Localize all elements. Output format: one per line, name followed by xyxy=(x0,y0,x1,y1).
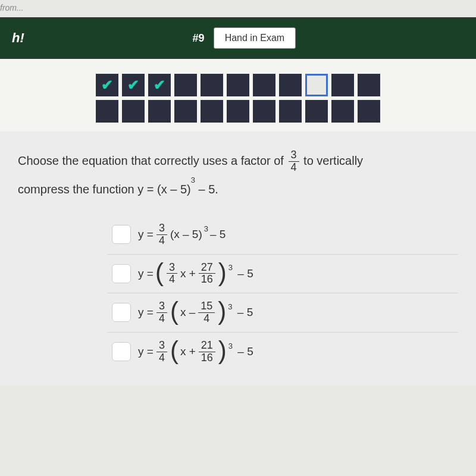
progress-box[interactable] xyxy=(201,74,223,96)
progress-box[interactable] xyxy=(358,74,380,96)
progress-box[interactable] xyxy=(305,74,328,96)
progress-row-1 xyxy=(96,74,380,96)
top-text-fragment: from... xyxy=(0,0,476,17)
progress-box[interactable] xyxy=(96,100,118,123)
question-part2: to vertically xyxy=(303,154,363,167)
progress-box[interactable] xyxy=(279,74,302,96)
question-part3: compress the function y = (x – 5) xyxy=(18,183,191,196)
choice-equation: y =34(x – 5)3– 5 xyxy=(138,223,226,247)
progress-box[interactable] xyxy=(279,100,302,123)
choice-row: y =34(x – 5)3– 5 xyxy=(107,215,458,255)
fraction: 34 xyxy=(156,300,167,325)
progress-box[interactable] xyxy=(331,100,354,123)
progress-box[interactable] xyxy=(96,74,118,96)
choice-checkbox[interactable] xyxy=(112,342,131,361)
exam-header: h! #9 Hand in Exam xyxy=(0,17,476,59)
fraction: 34 xyxy=(167,262,177,286)
fraction: 154 xyxy=(198,300,215,325)
question-text: Choose the equation that correctly uses … xyxy=(18,146,458,203)
progress-box[interactable] xyxy=(174,100,197,123)
progress-box[interactable] xyxy=(358,100,380,123)
choice-equation: y =34(x +2116)3 – 5 xyxy=(138,340,253,364)
fraction: 34 xyxy=(156,340,167,364)
progress-box[interactable] xyxy=(201,100,223,123)
question-area: Choose the equation that correctly uses … xyxy=(0,131,476,386)
question-number: #9 xyxy=(193,32,205,45)
progress-box[interactable] xyxy=(253,100,275,123)
fraction: 34 xyxy=(156,223,167,247)
progress-box[interactable] xyxy=(305,100,328,123)
progress-box[interactable] xyxy=(122,100,145,123)
factor-fraction: 3 4 xyxy=(289,149,299,174)
choice-row: y =34(x –154)3 – 5 xyxy=(107,293,458,333)
progress-box[interactable] xyxy=(148,100,171,123)
question-part1: Choose the equation that correctly uses … xyxy=(18,154,284,167)
progress-box[interactable] xyxy=(227,74,249,96)
choice-row: y =(34x +2716)3 – 5 xyxy=(107,255,458,294)
progress-box[interactable] xyxy=(174,74,197,96)
progress-row-2 xyxy=(96,100,380,123)
progress-box[interactable] xyxy=(148,74,171,96)
progress-box[interactable] xyxy=(253,74,275,96)
progress-box[interactable] xyxy=(227,100,249,123)
fraction: 2116 xyxy=(199,340,215,364)
choice-equation: y =(34x +2716)3 – 5 xyxy=(138,262,253,286)
choice-checkbox[interactable] xyxy=(112,264,131,283)
choice-row: y =34(x +2116)3 – 5 xyxy=(107,333,458,371)
choice-checkbox[interactable] xyxy=(112,225,131,244)
progress-box[interactable] xyxy=(122,74,145,96)
hand-in-exam-button[interactable]: Hand in Exam xyxy=(214,27,296,49)
fraction: 2716 xyxy=(199,262,215,286)
progress-grid xyxy=(0,59,476,131)
choice-checkbox[interactable] xyxy=(112,303,131,322)
progress-box[interactable] xyxy=(331,74,354,96)
header-left-label: h! xyxy=(12,30,24,46)
choice-equation: y =34(x –154)3 – 5 xyxy=(138,300,253,325)
choices-list: y =34(x – 5)3– 5 y =(34x +2716)3 – 5 y =… xyxy=(107,215,458,371)
